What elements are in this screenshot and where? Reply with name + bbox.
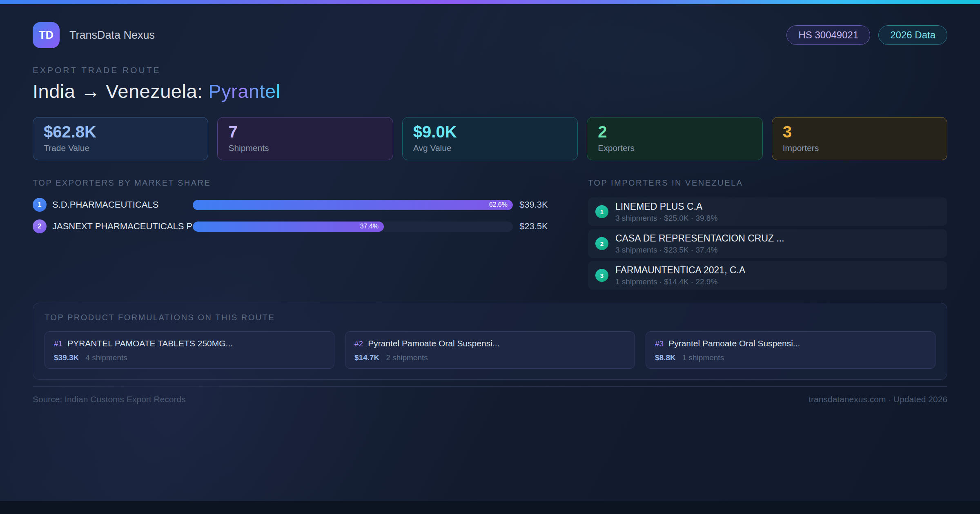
market-share-bar-track: 62.6% xyxy=(193,200,513,210)
stat-label: Shipments xyxy=(228,143,382,153)
stat-card-importers: 3 Importers xyxy=(772,117,947,160)
stat-card-exporters: 2 Exporters xyxy=(587,117,762,160)
product-shipments: 4 shipments xyxy=(85,353,127,362)
eyebrow-label: EXPORT TRADE ROUTE xyxy=(33,65,947,75)
logo-td-icon: TD xyxy=(33,22,60,48)
hs-code-badge[interactable]: HS 30049021 xyxy=(786,25,870,45)
page-title-route: India → Venezuela: xyxy=(33,80,208,102)
brand: TD TransData Nexus xyxy=(33,22,155,48)
footer-divider xyxy=(33,386,947,387)
product-name: Pyrantel Pamoate Oral Suspensi... xyxy=(368,339,499,348)
stat-card-trade-value: $62.8K Trade Value xyxy=(33,117,208,160)
header: TD TransData Nexus HS 30049021 2026 Data xyxy=(33,4,947,48)
importer-name: LINEMED PLUS C.A xyxy=(615,201,717,212)
exporter-row[interactable]: 1 S.D.PHARMACEUTICALS 62.6% $39.3K xyxy=(33,197,557,212)
market-share-bar: 37.4% xyxy=(193,222,384,232)
rank-badge: 3 xyxy=(595,269,608,282)
stat-label: Trade Value xyxy=(44,143,197,153)
product-value: $14.7K xyxy=(354,353,379,362)
market-share-bar: 62.6% xyxy=(193,200,513,210)
dashboard: TD TransData Nexus HS 30049021 2026 Data… xyxy=(0,0,980,501)
exporters-section: TOP EXPORTERS BY MARKET SHARE 1 S.D.PHAR… xyxy=(33,178,557,234)
product-card[interactable]: #2 Pyrantel Pamoate Oral Suspensi... $14… xyxy=(345,331,635,369)
rank-badge: 1 xyxy=(33,198,47,212)
importer-row[interactable]: 1 LINEMED PLUS C.A 3 shipments · $25.0K … xyxy=(588,197,947,226)
exporter-value: $39.3K xyxy=(519,199,557,210)
exporter-name: S.D.PHARMACEUTICALS xyxy=(52,199,193,210)
product-value: $8.8K xyxy=(655,353,676,362)
page-title: India → Venezuela: Pyrantel xyxy=(33,80,947,102)
footer: Source: Indian Customs Export Records tr… xyxy=(33,394,947,404)
exporters-heading: TOP EXPORTERS BY MARKET SHARE xyxy=(33,178,557,188)
product-name: Pyrantel Pamoate Oral Suspensi... xyxy=(668,339,800,348)
exporter-value: $23.5K xyxy=(519,221,557,232)
rank-badge: 2 xyxy=(33,219,47,233)
importer-name: CASA DE REPRESENTACION CRUZ ... xyxy=(615,233,784,244)
stat-value: $62.8K xyxy=(44,123,197,141)
stat-value: 2 xyxy=(598,123,751,141)
exporter-row[interactable]: 2 JASNEXT PHARMACEUTICALS PR... 37.4% $2… xyxy=(33,219,557,234)
stat-label: Exporters xyxy=(598,143,751,153)
product-rank: #2 xyxy=(354,339,363,348)
stat-card-avg-value: $9.0K Avg Value xyxy=(402,117,578,160)
product-shipments: 2 shipments xyxy=(386,353,428,362)
products-heading: TOP PRODUCT FORMULATIONS ON THIS ROUTE xyxy=(45,313,935,322)
stat-cards: $62.8K Trade Value 7 Shipments $9.0K Avg… xyxy=(33,117,947,160)
footer-source: Source: Indian Customs Export Records xyxy=(33,394,186,404)
importer-row[interactable]: 3 FARMAUNTENTICA 2021, C.A 1 shipments ·… xyxy=(588,261,947,290)
year-badge[interactable]: 2026 Data xyxy=(878,25,947,45)
importer-meta: 3 shipments · $23.5K · 37.4% xyxy=(615,246,784,255)
product-shipments: 1 shipments xyxy=(682,353,724,362)
market-share-bar-track: 37.4% xyxy=(193,222,513,232)
product-value: $39.3K xyxy=(54,353,79,362)
stat-label: Importers xyxy=(783,143,936,153)
stat-value: $9.0K xyxy=(413,123,567,141)
stat-label: Avg Value xyxy=(413,143,567,153)
footer-site-link[interactable]: transdatanexus.com · Updated 2026 xyxy=(808,394,947,404)
importers-section: TOP IMPORTERS IN VENEZUELA 1 LINEMED PLU… xyxy=(588,178,947,290)
products-section: TOP PRODUCT FORMULATIONS ON THIS ROUTE #… xyxy=(33,303,947,380)
stat-value: 3 xyxy=(783,123,936,141)
importers-heading: TOP IMPORTERS IN VENEZUELA xyxy=(588,178,947,188)
stat-card-shipments: 7 Shipments xyxy=(217,117,393,160)
brand-name: TransData Nexus xyxy=(69,29,155,42)
rank-badge: 1 xyxy=(595,205,608,218)
product-rank: #1 xyxy=(54,339,62,348)
importer-name: FARMAUNTENTICA 2021, C.A xyxy=(615,265,745,276)
product-card[interactable]: #3 Pyrantel Pamoate Oral Suspensi... $8.… xyxy=(646,331,935,369)
importer-row[interactable]: 2 CASA DE REPRESENTACION CRUZ ... 3 ship… xyxy=(588,229,947,258)
exporter-name: JASNEXT PHARMACEUTICALS PR... xyxy=(52,221,193,232)
rank-badge: 2 xyxy=(595,237,608,250)
product-name: PYRANTEL PAMOATE TABLETS 250MG... xyxy=(67,339,233,348)
product-card[interactable]: #1 PYRANTEL PAMOATE TABLETS 250MG... $39… xyxy=(45,331,334,369)
page-title-product: Pyrantel xyxy=(208,80,280,102)
importer-meta: 3 shipments · $25.0K · 39.8% xyxy=(615,214,717,223)
header-badges: HS 30049021 2026 Data xyxy=(786,25,947,45)
importer-meta: 1 shipments · $14.4K · 22.9% xyxy=(615,277,745,286)
product-rank: #3 xyxy=(655,339,664,348)
accent-topbar xyxy=(0,0,980,4)
stat-value: 7 xyxy=(228,123,382,141)
